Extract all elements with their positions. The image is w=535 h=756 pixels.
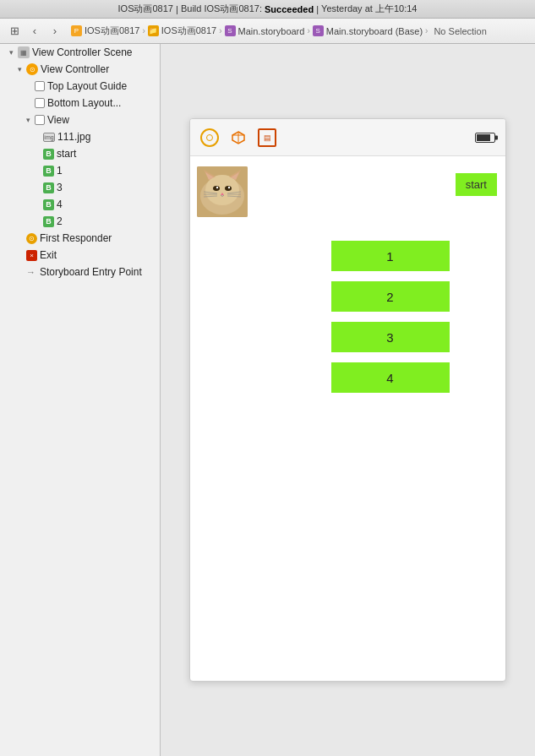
folder-icon: 📁 xyxy=(148,25,159,36)
breadcrumb-item-folder[interactable]: 📁 IOS动画0817 xyxy=(148,24,216,37)
btn-1-arrow xyxy=(32,166,41,175)
sidebar: ▦ View Controller Scene ⊙ View Controlle… xyxy=(0,44,161,756)
circle-toolbar-icon xyxy=(200,128,219,147)
vc-scene-label: View Controller Scene xyxy=(32,46,133,58)
nav-forward-button[interactable]: › xyxy=(47,24,63,39)
btn-4-label: 4 xyxy=(57,199,63,210)
breadcrumb-sep-2: › xyxy=(219,26,221,35)
svg-point-13 xyxy=(228,187,230,188)
cube-toolbar-icon xyxy=(229,128,248,147)
sidebar-item-btn-start[interactable]: B start xyxy=(0,145,160,162)
nav-back-button[interactable]: ‹ xyxy=(27,24,42,39)
entry-label: Storyboard Entry Point xyxy=(40,266,142,278)
num-button-1[interactable]: 1 xyxy=(331,241,450,271)
num-button-3[interactable]: 3 xyxy=(331,322,450,352)
grid-view-button[interactable]: ⊞ xyxy=(7,24,22,39)
num-button-2[interactable]: 2 xyxy=(331,281,450,312)
exit-arrow xyxy=(15,251,24,259)
top-layout-icon xyxy=(35,81,45,91)
vc-arrow xyxy=(15,65,24,73)
toolbar: ⊞ ‹ › P IOS动画0817 › 📁 IOS动画0817 › S Main… xyxy=(0,19,535,44)
build-status: Succeeded xyxy=(265,4,314,14)
rect-toolbar-icon: ▤ xyxy=(258,128,276,147)
btn-1-icon: B xyxy=(43,166,54,177)
sidebar-item-btn-2[interactable]: B 2 xyxy=(0,213,160,230)
btn-start-icon: B xyxy=(43,149,54,160)
btn-1-label: 1 xyxy=(57,165,63,177)
project-name: IOS动画0817 xyxy=(118,3,173,15)
breadcrumb-sep-3: › xyxy=(307,26,309,35)
top-layout-label: Top Layout Guide xyxy=(47,80,127,92)
btn-3-label: 3 xyxy=(57,182,63,193)
breadcrumb-item-storyboard-base[interactable]: S Main.storyboard (Base) xyxy=(313,25,423,36)
svg-point-12 xyxy=(216,187,218,188)
breadcrumb-no-selection: No Selection xyxy=(434,26,486,36)
title-bar: IOS动画0817 | Build IOS动画0817: Succeeded |… xyxy=(0,0,535,19)
entry-arrow xyxy=(15,268,24,276)
breadcrumb-storyboard-label: Main.storyboard xyxy=(238,26,305,36)
breadcrumb-sep-1: › xyxy=(142,26,145,35)
start-button[interactable]: start xyxy=(456,173,497,196)
fr-icon: ⊙ xyxy=(26,233,37,244)
vc-label: View Controller xyxy=(41,63,109,75)
img-arrow xyxy=(32,133,41,141)
storyboard-base-icon: S xyxy=(313,25,324,36)
breadcrumb: P IOS动画0817 › 📁 IOS动画0817 › S Main.story… xyxy=(71,24,487,37)
breadcrumb-folder-label: IOS动画0817 xyxy=(161,24,216,37)
vc-scene-icon: ▦ xyxy=(18,46,30,58)
battery-icon xyxy=(475,133,495,143)
toolbar-icons: ▤ xyxy=(200,128,276,147)
iphone-mockup: ▤ xyxy=(189,118,506,682)
sidebar-item-top-layout[interactable]: Top Layout Guide xyxy=(0,78,160,95)
btn-2-icon: B xyxy=(43,216,54,227)
project-icon: P xyxy=(71,25,82,36)
breadcrumb-item-project[interactable]: P IOS动画0817 xyxy=(71,24,139,37)
btn-2-arrow xyxy=(32,217,41,226)
sidebar-item-btn-3[interactable]: B 3 xyxy=(0,179,160,196)
img-label: 111.jpg xyxy=(57,131,90,143)
sidebar-item-exit[interactable]: × Exit xyxy=(0,247,160,264)
exit-icon: × xyxy=(26,250,37,261)
sidebar-item-btn-4[interactable]: B 4 xyxy=(0,196,160,213)
top-layout-arrow xyxy=(24,82,32,90)
fr-label: First Responder xyxy=(40,232,112,244)
vc-scene-arrow xyxy=(7,48,15,57)
iphone-toolbar: ▤ xyxy=(190,119,505,156)
svg-point-5 xyxy=(205,175,239,205)
canvas-area: → xyxy=(161,44,535,756)
breadcrumb-project-label: IOS动画0817 xyxy=(85,24,139,37)
bottom-layout-label: Bottom Layout... xyxy=(47,97,121,109)
sidebar-item-img[interactable]: img 111.jpg xyxy=(0,128,160,145)
sidebar-item-vc[interactable]: ⊙ View Controller xyxy=(0,61,160,78)
main-layout: ▦ View Controller Scene ⊙ View Controlle… xyxy=(0,44,535,756)
breadcrumb-item-storyboard[interactable]: S Main.storyboard xyxy=(225,25,305,36)
sidebar-item-view[interactable]: View xyxy=(0,111,160,128)
breadcrumb-storyboard-base-label: Main.storyboard (Base) xyxy=(326,26,423,36)
iphone-content: start 1 2 3 4 xyxy=(190,156,505,682)
btn-2-label: 2 xyxy=(57,215,63,227)
btn-start-label: start xyxy=(57,148,76,160)
view-arrow xyxy=(24,116,32,124)
vc-icon: ⊙ xyxy=(26,63,38,75)
sidebar-item-first-responder[interactable]: ⊙ First Responder xyxy=(0,230,160,247)
btn-4-arrow xyxy=(32,200,41,209)
sidebar-item-btn-1[interactable]: B 1 xyxy=(0,162,160,179)
sidebar-item-storyboard-entry[interactable]: → Storyboard Entry Point xyxy=(0,264,160,280)
num-button-4[interactable]: 4 xyxy=(331,362,450,393)
breadcrumb-sep-4: › xyxy=(425,26,428,35)
cat-image xyxy=(197,166,248,217)
img-icon: img xyxy=(43,133,55,142)
bottom-layout-arrow xyxy=(24,99,32,107)
btn-start-arrow xyxy=(32,150,41,158)
view-icon xyxy=(35,115,45,125)
exit-label: Exit xyxy=(40,249,57,261)
sidebar-item-bottom-layout[interactable]: Bottom Layout... xyxy=(0,95,160,111)
btn-3-arrow xyxy=(32,183,41,192)
sidebar-item-vc-scene[interactable]: ▦ View Controller Scene xyxy=(0,44,160,61)
svg-point-11 xyxy=(225,186,232,191)
storyboard-icon: S xyxy=(225,25,236,36)
entry-arrow-icon: → xyxy=(26,267,35,277)
build-timestamp: Yesterday at 上午10:14 xyxy=(321,3,417,15)
btn-3-icon: B xyxy=(43,182,54,193)
bottom-layout-icon xyxy=(35,98,45,108)
